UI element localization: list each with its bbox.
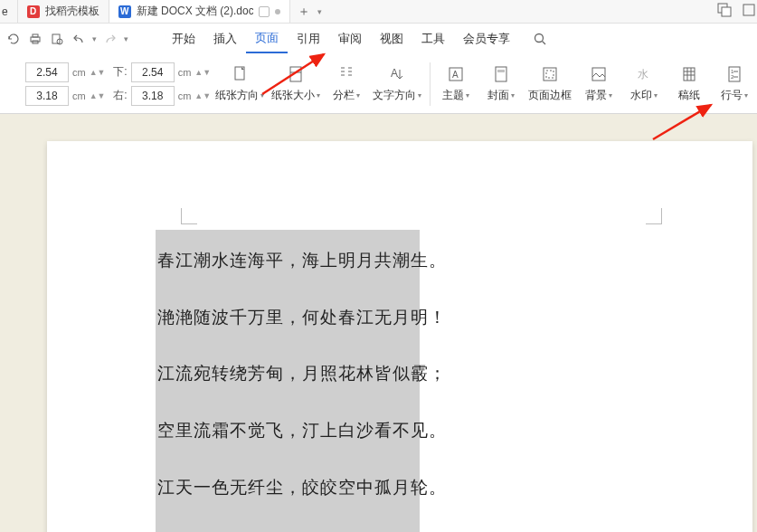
svg-rect-11: [290, 67, 301, 81]
svg-rect-1: [722, 7, 731, 16]
chevron-down-icon: ▾: [466, 91, 469, 100]
margin-bottom-label: 下:: [113, 64, 128, 80]
document-text[interactable]: 春江潮水连海平，海上明月共潮生。 滟滟随波千万里，何处春江无月明！ 江流宛转绕芳…: [157, 250, 447, 532]
margin-bottom-unit: cm: [178, 67, 192, 78]
margin-right-input[interactable]: [131, 86, 175, 106]
columns-icon: [336, 64, 356, 84]
svg-rect-24: [544, 68, 556, 81]
margin-left-input[interactable]: [25, 86, 69, 106]
undo-dropdown-icon[interactable]: ▾: [92, 34, 97, 43]
columns-label: 分栏: [333, 88, 355, 103]
orientation-button[interactable]: 纸张方向▾: [214, 62, 263, 105]
window-restore-icon[interactable]: [259, 6, 270, 17]
draft-paper-icon: [679, 64, 699, 84]
paper-size-button[interactable]: 纸张大小▾: [271, 62, 320, 105]
svg-rect-26: [592, 68, 605, 81]
tab-template[interactable]: D 找稻壳模板: [18, 0, 109, 23]
margin-bottom-spinner[interactable]: ▲▼: [194, 70, 203, 75]
menu-page[interactable]: 页面: [246, 24, 288, 53]
orientation-icon: [230, 64, 250, 84]
margin-bottom-input[interactable]: [131, 62, 175, 82]
line-number-button[interactable]: 12 行号▾: [715, 62, 753, 105]
document-area[interactable]: 春江潮水连海平，海上明月共潮生。 滟滟随波千万里，何处春江无月明！ 江流宛转绕芳…: [0, 114, 757, 532]
chevron-down-icon: ▾: [609, 91, 612, 100]
doc-line[interactable]: 春江潮水连海平，海上明月共潮生。: [157, 250, 447, 272]
svg-rect-23: [497, 70, 505, 72]
undo-icon[interactable]: [71, 31, 87, 47]
menu-ref[interactable]: 引用: [288, 25, 329, 52]
print-preview-icon[interactable]: [49, 31, 65, 47]
doc-line[interactable]: 滟滟随波千万里，何处春江无月明！: [157, 307, 447, 329]
line-number-icon: 12: [724, 64, 744, 84]
margin-left-spinner[interactable]: ▲▼: [90, 93, 99, 99]
redo-icon[interactable]: [102, 31, 118, 47]
margin-corner-tr: [646, 208, 662, 224]
separator: [430, 62, 431, 106]
svg-rect-2: [743, 5, 754, 15]
margin-right-label: 右:: [113, 88, 128, 103]
columns-button[interactable]: 分栏▾: [327, 62, 365, 105]
qat-customize-icon[interactable]: ▾: [124, 34, 128, 43]
chevron-down-icon: ▾: [356, 91, 360, 100]
background-label: 背景: [585, 88, 607, 103]
search-icon[interactable]: [532, 31, 548, 47]
svg-text:水: 水: [638, 68, 648, 81]
print-icon[interactable]: [27, 31, 43, 47]
draft-paper-label: 稿纸: [678, 88, 700, 103]
margin-top-input[interactable]: [25, 62, 69, 82]
watermark-button[interactable]: 水 水印▾: [625, 62, 663, 105]
background-button[interactable]: 背景▾: [580, 62, 618, 105]
tab-document[interactable]: W 新建 DOCX 文档 (2).docx: [109, 0, 290, 23]
menu-start[interactable]: 开始: [163, 25, 204, 52]
text-direction-button[interactable]: A 文字方向▾: [373, 62, 421, 105]
document-page[interactable]: 春江潮水连海平，海上明月共潮生。 滟滟随波千万里，何处春江无月明！ 江流宛转绕芳…: [47, 141, 752, 532]
margin-corner-tl: [181, 208, 197, 224]
margin-left-unit: cm: [72, 90, 86, 101]
page-border-button[interactable]: 页面边框: [527, 62, 572, 105]
draft-paper-button[interactable]: 稿纸: [670, 62, 708, 105]
line-number-label: 行号: [721, 88, 743, 103]
paper-size-label: 纸张大小: [271, 88, 315, 103]
text-direction-icon: A: [387, 64, 407, 84]
window-max-icon[interactable]: [737, 4, 757, 19]
chevron-down-icon: ▾: [511, 91, 515, 100]
theme-icon: A: [446, 64, 466, 84]
cover-button[interactable]: 封面▾: [482, 62, 520, 105]
svg-rect-28: [684, 68, 695, 81]
paper-size-icon: [286, 64, 306, 84]
text-direction-label: 文字方向: [373, 88, 416, 103]
tab-overflow-chevron-icon[interactable]: ▾: [317, 7, 322, 16]
doc-line[interactable]: 空里流霜不觉飞，汀上白沙看不见。: [157, 420, 447, 442]
doc-line[interactable]: 江流宛转绕芳甸，月照花林皆似霰；: [157, 363, 447, 385]
menu-member[interactable]: 会员专享: [454, 25, 519, 52]
background-icon: [589, 64, 609, 84]
word-icon: W: [118, 5, 131, 18]
margin-right-spinner[interactable]: ▲▼: [194, 93, 203, 99]
margin-top-spinner[interactable]: ▲▼: [90, 70, 99, 75]
chevron-down-icon: ▾: [418, 91, 421, 100]
menu-view[interactable]: 视图: [371, 25, 412, 52]
tab-document-label: 新建 DOCX 文档 (2).docx: [137, 4, 253, 19]
unsaved-dot-icon: [275, 9, 280, 14]
doc-line[interactable]: 江天一色无纤尘，皎皎空中孤月轮。: [157, 477, 447, 499]
menu-review[interactable]: 审阅: [329, 25, 371, 52]
menu-tools[interactable]: 工具: [412, 25, 454, 52]
tab-partial-left[interactable]: e: [0, 0, 18, 23]
theme-button[interactable]: A 主题▾: [437, 62, 475, 105]
undo-history-icon[interactable]: [5, 31, 22, 47]
menu-insert[interactable]: 插入: [204, 25, 246, 52]
window-snap-icon[interactable]: [712, 3, 737, 20]
chevron-down-icon: ▾: [317, 91, 320, 100]
tab-template-label: 找稻壳模板: [45, 4, 99, 19]
page-border-label: 页面边框: [528, 88, 572, 103]
svg-point-8: [535, 34, 544, 43]
tab-bar: e D 找稻壳模板 W 新建 DOCX 文档 (2).docx ＋ ▾: [0, 0, 757, 24]
svg-text:A: A: [452, 70, 459, 80]
svg-rect-22: [496, 67, 506, 81]
svg-rect-4: [33, 34, 38, 37]
docer-icon: D: [27, 5, 40, 18]
watermark-icon: 水: [634, 64, 654, 84]
new-tab-button[interactable]: ＋: [290, 4, 317, 20]
page-border-icon: [540, 64, 560, 84]
watermark-label: 水印: [630, 88, 652, 103]
